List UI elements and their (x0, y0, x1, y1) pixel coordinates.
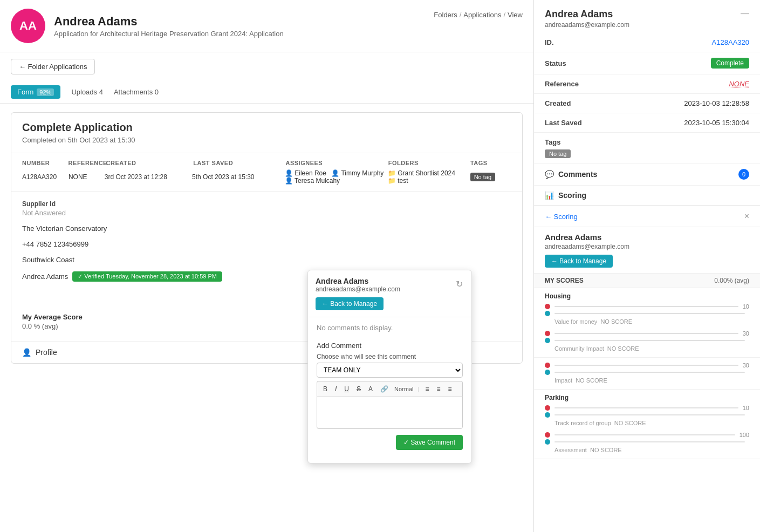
reference-label: Reference (545, 80, 579, 88)
profile-icon: 👤 (22, 348, 31, 357)
score-max-2: 30 (743, 330, 749, 337)
breadcrumb-view: View (508, 11, 523, 19)
col-header-created: CREATED (106, 160, 194, 166)
my-scores-label: MY SCORES (545, 277, 584, 284)
sidebar-lastsaved-row: Last Saved 2023-10-05 15:30:04 (534, 113, 760, 133)
score-max-3: 30 (743, 362, 749, 369)
slider-track-10 (554, 441, 745, 442)
minimize-button[interactable]: — (741, 9, 749, 18)
scoring-close-button[interactable]: × (744, 212, 749, 221)
parking-label: Parking (545, 394, 749, 401)
breadcrumb-folders[interactable]: Folders (434, 11, 457, 19)
no-comments-text: No comments to display. (308, 317, 471, 338)
italic-button[interactable]: I (333, 385, 338, 393)
score-max-5: 100 (740, 432, 749, 438)
scoring-applicant-email: andreaadams@example.com (534, 243, 760, 255)
tab-form-label: Form (17, 88, 33, 96)
tab-form[interactable]: Form 92% (11, 85, 60, 99)
add-comment-label: Add Comment (317, 338, 463, 353)
strikethrough-button[interactable]: S (355, 385, 362, 393)
refresh-icon[interactable]: ↻ (456, 279, 463, 289)
phone: +44 7852 123456999 (22, 240, 511, 248)
slider-dot-red-3 (545, 363, 550, 368)
slider-dot-red (545, 304, 550, 309)
slider-track-8 (554, 414, 745, 415)
col-header-folders: FOLDERS (388, 160, 470, 166)
tab-uploads[interactable]: Uploads 4 (71, 85, 103, 99)
indent-button[interactable]: ≡ (446, 385, 453, 393)
tab-attachments[interactable]: Attachments 0 (114, 85, 159, 99)
slider-dot-blue-5 (545, 439, 550, 445)
slider-dot-red-4 (545, 405, 550, 411)
slider-track (554, 306, 738, 307)
breadcrumb-applications[interactable]: Applications (463, 11, 501, 19)
slider-track-6 (554, 372, 745, 373)
scoring-back-manage-button[interactable]: ← Back to Manage (545, 255, 613, 268)
sidebar-email: andreaadams@example.com (545, 21, 749, 29)
profile-label: Profile (36, 348, 57, 357)
id-value[interactable]: A128AA320 (712, 38, 749, 46)
created-value: 2023-10-03 12:28:58 (684, 99, 749, 107)
tags-label: Tags (545, 138, 749, 146)
assignee-timmy: 👤 Timmy Murphy (331, 169, 384, 177)
card-completed-date: Completed on 5th Oct 2023 at 15:30 (22, 136, 511, 144)
impact-category: 30 Impact NO SCORE (534, 358, 760, 390)
sidebar-reference-row: Reference NONE (534, 74, 760, 94)
scoring-back-button[interactable]: ← Scoring (545, 213, 578, 221)
folder-test[interactable]: 📁 test (388, 177, 408, 185)
folder-grant[interactable]: 📁 Grant Shortlist 2024 (388, 169, 455, 177)
comments-label: Comments (558, 170, 597, 179)
supplier-id-value: Not Answered (22, 209, 511, 217)
status-label: Status (545, 59, 566, 67)
breadcrumb: Folders / Applications / View (434, 11, 523, 19)
slider-dot-blue-2 (545, 338, 550, 343)
list-button[interactable]: ≡ (423, 385, 430, 393)
back-to-folder-button[interactable]: ← Folder Applications (11, 59, 95, 74)
ordered-list-button[interactable]: ≡ (435, 385, 442, 393)
font-color-button[interactable]: A (367, 385, 374, 393)
slider-track-2 (554, 313, 745, 314)
scoring-panel: ← Scoring × Andrea Adams andreaadams@exa… (534, 206, 760, 459)
assessment-label: Assessment NO SCORE (545, 446, 749, 454)
slider-track-7 (554, 407, 738, 408)
comment-textarea[interactable] (317, 397, 463, 429)
add-comment-section: Add Comment Choose who will see this com… (308, 338, 471, 463)
comments-float-panel: Andrea Adams andreaadams@example.com ← B… (307, 270, 472, 463)
tab-form-badge: 92% (37, 88, 54, 96)
visibility-select[interactable]: TEAM ONLY PUBLIC (317, 363, 463, 378)
tabs-bar: Form 92% Uploads 4 Attachments 0 (0, 81, 533, 104)
app-created: 3rd Oct 2023 at 12:28 (105, 173, 192, 181)
app-assignees: 👤 Eileen Roe 👤 Timmy Murphy 👤 Teresa Mul… (285, 169, 388, 185)
scoring-chart-icon: 📊 (545, 191, 554, 200)
scoring-applicant-name: Andrea Adams (534, 227, 760, 243)
save-comment-button[interactable]: ✓ Save Comment (396, 435, 463, 450)
comments-back-manage[interactable]: ← Back to Manage (316, 297, 384, 310)
slider-track-5 (554, 365, 738, 366)
score-max-4: 10 (743, 405, 749, 411)
no-tag-badge: No tag (545, 149, 571, 158)
lastsaved-label: Last Saved (545, 119, 582, 127)
sidebar-id-row: ID. A128AA320 (534, 33, 760, 52)
comments-section-header[interactable]: 💬 Comments 0 (534, 163, 760, 186)
link-button[interactable]: 🔗 (379, 385, 390, 393)
card-title: Complete Application (22, 121, 511, 134)
sidebar-status-row: Status Complete (534, 52, 760, 74)
app-reference: NONE (69, 173, 105, 181)
underline-button[interactable]: U (343, 385, 351, 393)
comments-count-badge: 0 (738, 169, 749, 180)
housing-label: Housing (545, 292, 749, 300)
editor-toolbar: B I U S A 🔗 Normal | ≡ ≡ ≡ (317, 381, 463, 397)
reference-value: NONE (729, 80, 749, 88)
application-subtitle: Application for Architectural Heritage P… (54, 30, 523, 38)
col-header-reference: Reference (69, 160, 106, 166)
col-header-number: NUMBER (22, 160, 69, 166)
slider-track-4 (554, 340, 745, 341)
slider-dot-blue-4 (545, 412, 550, 418)
value-for-money-label: Value for money NO SCORE (545, 317, 749, 326)
visibility-label: Choose who will see this comment (317, 353, 463, 360)
scoring-section-header[interactable]: 📊 Scoring (534, 186, 760, 206)
verified-badge: ✓ Verified Tuesday, November 28, 2023 at… (72, 271, 222, 282)
location: Southwick Coast (22, 256, 511, 264)
slider-track-9 (554, 434, 735, 435)
bold-button[interactable]: B (321, 385, 329, 393)
